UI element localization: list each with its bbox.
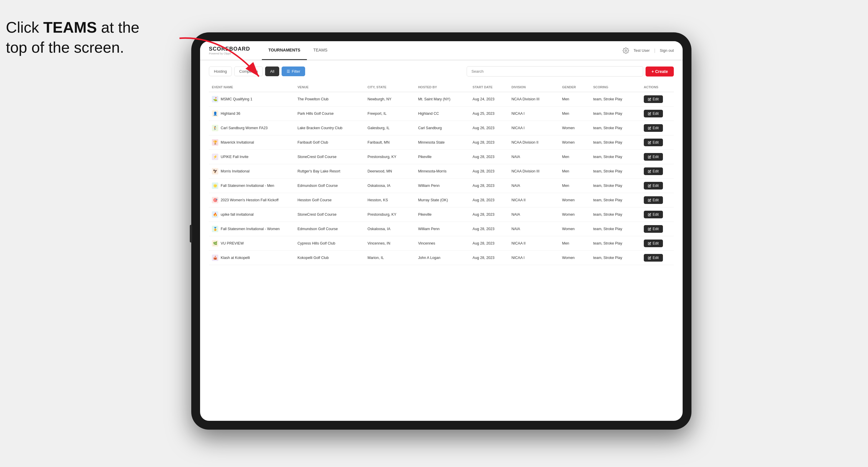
cell-start-date: Aug 28, 2023 <box>470 135 508 150</box>
settings-icon[interactable] <box>623 48 629 54</box>
cell-division: NICAA II <box>508 193 559 208</box>
edit-button[interactable]: Edit <box>644 240 663 247</box>
cell-city: Oskaloosa, IA <box>365 179 415 193</box>
cell-start-date: Aug 28, 2023 <box>470 179 508 193</box>
tab-teams[interactable]: TEAMS <box>307 41 334 60</box>
cell-actions: Edit <box>641 208 674 222</box>
edit-button[interactable]: Edit <box>644 95 663 103</box>
edit-button[interactable]: Edit <box>644 211 663 218</box>
instruction-line1: Click TEAMS at thetop of the screen. <box>6 19 140 56</box>
cell-gender: Men <box>559 164 590 179</box>
edit-button[interactable]: Edit <box>644 138 663 146</box>
search-input[interactable] <box>467 66 643 76</box>
svg-point-1 <box>625 50 627 52</box>
edit-icon <box>648 184 651 187</box>
nav-separator: | <box>654 48 655 53</box>
table-row: 👤 Highland 36 Park Hills Golf Course Fre… <box>209 106 674 121</box>
cell-city: Deerwood, MN <box>365 164 415 179</box>
table-row: 🌟 Fall Statesmen Invitational - Men Edmu… <box>209 179 674 193</box>
cell-start-date: Aug 28, 2023 <box>470 208 508 222</box>
cell-gender: Men <box>559 106 590 121</box>
cell-venue: StoneCrest Golf Course <box>294 208 365 222</box>
cell-actions: Edit <box>641 193 674 208</box>
edit-button[interactable]: Edit <box>644 254 663 261</box>
team-icon: 🦅 <box>212 168 218 175</box>
edit-button[interactable]: Edit <box>644 182 663 189</box>
instruction-arrow <box>165 29 282 103</box>
edit-button[interactable]: Edit <box>644 196 663 204</box>
filter-button[interactable]: ☰ Filter <box>282 66 305 76</box>
cell-actions: Edit <box>641 179 674 193</box>
edit-icon <box>648 141 651 144</box>
cell-division: NCAA Division III <box>508 164 559 179</box>
cell-venue: Hesston Golf Course <box>294 193 365 208</box>
edit-icon <box>648 127 651 130</box>
edit-icon <box>648 227 651 231</box>
team-icon: 🏅 <box>212 226 218 232</box>
col-header-division: DIVISION <box>508 83 559 92</box>
col-header-venue: VENUE <box>294 83 365 92</box>
cell-actions: Edit <box>641 121 674 135</box>
cell-start-date: Aug 28, 2023 <box>470 164 508 179</box>
cell-city: Vincennes, IN <box>365 236 415 251</box>
cell-event-name: ⚡ UPIKE Fall Invite <box>209 150 294 164</box>
cell-actions: Edit <box>641 150 674 164</box>
cell-start-date: Aug 28, 2023 <box>470 150 508 164</box>
edit-button[interactable]: Edit <box>644 153 663 161</box>
cell-gender: Men <box>559 179 590 193</box>
cell-division: NICAA I <box>508 121 559 135</box>
cell-hosted: William Penn <box>415 222 470 236</box>
cell-division: NICAA I <box>508 251 559 265</box>
cell-event-name: 🏌 Carl Sandburg Women FA23 <box>209 121 294 135</box>
edit-button[interactable]: Edit <box>644 124 663 132</box>
cell-venue: Kokopelli Golf Club <box>294 251 365 265</box>
col-header-actions: ACTIONS <box>641 83 674 92</box>
cell-city: Oskaloosa, IA <box>365 222 415 236</box>
edit-button[interactable]: Edit <box>644 225 663 233</box>
cell-actions: Edit <box>641 135 674 150</box>
cell-gender: Women <box>559 193 590 208</box>
cell-actions: Edit <box>641 251 674 265</box>
cell-scoring: team, Stroke Play <box>590 135 641 150</box>
cell-venue: Faribault Golf Club <box>294 135 365 150</box>
cell-city: Newburgh, NY <box>365 92 415 106</box>
cell-event-name: 👤 Highland 36 <box>209 106 294 121</box>
cell-gender: Women <box>559 135 590 150</box>
cell-start-date: Aug 25, 2023 <box>470 106 508 121</box>
edit-button[interactable]: Edit <box>644 110 663 117</box>
cell-hosted: Minnesota-Morris <box>415 164 470 179</box>
team-icon: ⚡ <box>212 154 218 160</box>
team-icon: 🌿 <box>212 240 218 247</box>
team-icon: 🎯 <box>212 197 218 203</box>
team-icon: 🎪 <box>212 254 218 261</box>
tournaments-table: EVENT NAME VENUE CITY, STATE HOSTED BY S… <box>209 83 674 265</box>
cell-gender: Men <box>559 150 590 164</box>
signout-link[interactable]: Sign out <box>660 48 674 53</box>
create-button[interactable]: + Create <box>646 66 674 76</box>
nav-user: Test User <box>633 48 650 53</box>
instruction-text: Click TEAMS at thetop of the screen. <box>6 18 188 57</box>
cell-gender: Women <box>559 222 590 236</box>
cell-division: NCAA Division II <box>508 135 559 150</box>
cell-scoring: team, Stroke Play <box>590 106 641 121</box>
cell-event-name: 🏅 Fall Statesmen Invitational - Women <box>209 222 294 236</box>
cell-venue: StoneCrest Golf Course <box>294 150 365 164</box>
cell-start-date: Aug 28, 2023 <box>470 236 508 251</box>
edit-icon <box>648 242 651 245</box>
cell-city: Hesston, KS <box>365 193 415 208</box>
cell-event-name: 🌿 VU PREVIEW <box>209 236 294 251</box>
cell-venue: Edmundson Golf Course <box>294 179 365 193</box>
cell-venue: Edmundson Golf Course <box>294 222 365 236</box>
edit-icon <box>648 98 651 101</box>
edit-button[interactable]: Edit <box>644 167 663 175</box>
cell-scoring: team, Stroke Play <box>590 236 641 251</box>
team-icon: 🌟 <box>212 182 218 189</box>
cell-scoring: team, Stroke Play <box>590 208 641 222</box>
cell-gender: Men <box>559 92 590 106</box>
cell-venue: Cypress Hills Golf Club <box>294 236 365 251</box>
cell-hosted: Vincennes <box>415 236 470 251</box>
search-wrapper <box>467 66 643 76</box>
col-header-start: START DATE <box>470 83 508 92</box>
cell-hosted: Pikeville <box>415 150 470 164</box>
team-icon: 🏆 <box>212 139 218 146</box>
